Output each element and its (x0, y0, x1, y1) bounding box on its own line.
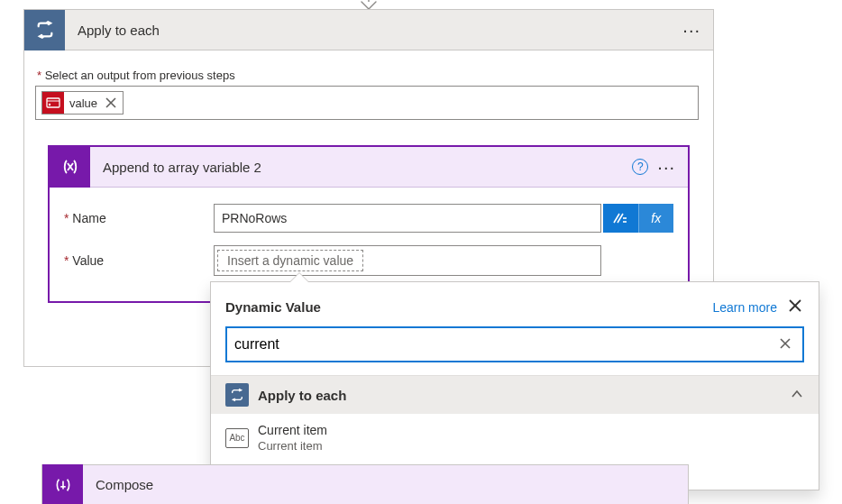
loop-icon (24, 10, 65, 50)
result-secondary: Current item (258, 439, 327, 454)
fx-button[interactable]: fx (638, 204, 674, 233)
clear-search-icon[interactable] (775, 334, 795, 356)
value-placeholder-chip[interactable]: Insert a dynamic value (217, 250, 363, 271)
value-label: * Value (64, 253, 214, 268)
search-wrap (211, 326, 819, 375)
result-primary: Current item (258, 423, 327, 439)
compose-card[interactable]: Compose (41, 464, 689, 504)
svg-line-1 (38, 23, 40, 25)
search-input[interactable] (234, 336, 775, 353)
name-label: * Name (64, 211, 214, 225)
result-item-current-item[interactable]: Abc Current item Current item (211, 414, 819, 463)
svg-line-18 (233, 390, 233, 391)
name-input[interactable] (214, 204, 601, 233)
apply-to-each-header[interactable]: Apply to each ··· (24, 10, 713, 50)
apply-to-each-more-button[interactable]: ··· (682, 21, 700, 39)
variable-icon (50, 147, 90, 188)
svg-line-4 (50, 35, 51, 37)
learn-more-link[interactable]: Learn more (712, 300, 777, 315)
name-row: * Name fx (64, 204, 673, 233)
value-chip-remove[interactable] (103, 95, 119, 111)
compose-title: Compose (83, 477, 688, 492)
help-icon[interactable]: ? (632, 159, 648, 175)
append-header[interactable]: Append to array variable 2 ? ··· (50, 147, 688, 188)
close-icon[interactable] (786, 297, 804, 317)
chevron-up-icon[interactable] (790, 387, 804, 404)
result-section-header[interactable]: Apply to each (211, 376, 819, 414)
abc-icon: Abc (225, 428, 249, 448)
search-box[interactable] (225, 326, 804, 362)
value-chip-label: value (69, 96, 97, 110)
value-row: * Value Insert a dynamic value (64, 245, 673, 276)
append-title: Append to array variable 2 (90, 160, 632, 175)
select-output-input[interactable]: value (35, 86, 699, 120)
apply-to-each-title: Apply to each (65, 23, 682, 38)
select-output-label: * Select an output from previous steps (35, 69, 702, 82)
value-chip[interactable]: value (41, 91, 124, 115)
expression-buttons: fx (603, 204, 673, 233)
append-more-button[interactable]: ··· (657, 158, 675, 176)
value-input[interactable]: Insert a dynamic value (214, 245, 601, 276)
section-title: Apply to each (258, 388, 781, 403)
dynamic-value-popover: Dynamic Value Learn more Apply to each (210, 281, 819, 490)
svg-line-21 (241, 399, 242, 399)
sql-icon (42, 92, 64, 114)
dynamic-content-button[interactable] (603, 204, 638, 233)
compose-icon (42, 464, 83, 504)
svg-point-8 (49, 104, 50, 105)
svg-rect-6 (47, 98, 59, 107)
popover-header: Dynamic Value Learn more (211, 282, 819, 326)
append-to-array-card: Append to array variable 2 ? ··· * Name (48, 145, 690, 303)
loop-icon (225, 383, 249, 407)
popover-title: Dynamic Value (225, 299, 712, 315)
result-text: Current item Current item (258, 423, 327, 454)
select-output-label-text: Select an output from previous steps (45, 69, 235, 82)
